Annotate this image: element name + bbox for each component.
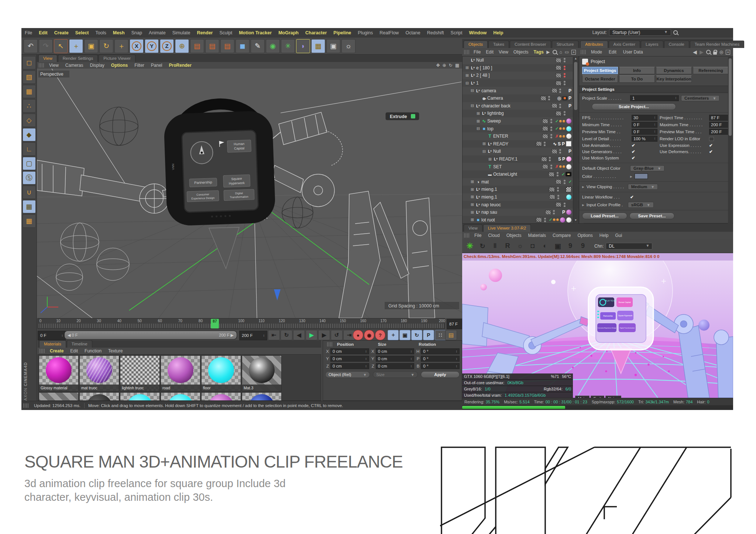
menu-item[interactable]: Octane xyxy=(402,29,423,37)
material-swatch[interactable]: road xyxy=(161,355,200,392)
enable-state-icon[interactable] xyxy=(554,126,559,131)
panel-grip[interactable] xyxy=(464,233,469,238)
layer-icon[interactable] xyxy=(551,149,557,154)
object-tag-icon[interactable] xyxy=(566,134,571,139)
attribute-value[interactable] xyxy=(632,155,657,161)
material-swatch[interactable]: Glossy material xyxy=(39,355,79,392)
menu-item[interactable]: Snap xyxy=(128,29,145,37)
attributes-vscrollbar[interactable] xyxy=(728,56,732,224)
objects-menu-item[interactable]: Objects xyxy=(511,49,531,55)
menu-item[interactable]: Sculpt xyxy=(216,29,236,37)
panel-grip[interactable] xyxy=(581,50,586,54)
menu-item[interactable]: Pipeline xyxy=(330,29,354,37)
enable-state-icon[interactable] xyxy=(554,134,559,139)
object-tag-icon[interactable] xyxy=(566,141,571,147)
expander-icon[interactable]: ⊞ xyxy=(470,210,475,215)
object-tree-row[interactable]: ⊟ camera xyxy=(463,87,578,94)
object-tag-icon[interactable] xyxy=(557,96,561,101)
object-tag-icon[interactable] xyxy=(568,103,571,108)
extrude-tag[interactable]: Extrude xyxy=(385,112,419,120)
layer-icon[interactable] xyxy=(536,141,542,146)
visibility-dots-icon[interactable] xyxy=(543,218,546,222)
attribute-value[interactable]: 30 xyxy=(632,115,657,121)
materials-menu-item[interactable]: Function xyxy=(81,348,105,354)
rotation-field[interactable]: 0 °↕ xyxy=(421,348,460,354)
materials-menu-item[interactable]: Texture xyxy=(105,348,126,354)
layer-icon[interactable] xyxy=(556,65,561,70)
menu-item[interactable]: Character xyxy=(302,29,330,37)
materials-menu-item[interactable]: Create xyxy=(47,348,67,354)
material-swatch[interactable]: mat truoc xyxy=(79,355,119,392)
viewport-menu-item[interactable]: View xyxy=(46,62,62,69)
layer-icon[interactable] xyxy=(536,217,542,222)
layer-icon[interactable] xyxy=(541,157,547,162)
visibility-dots-icon[interactable] xyxy=(559,149,562,154)
layer-icon[interactable] xyxy=(549,187,555,192)
viewport-tab[interactable]: Render Settings xyxy=(58,55,98,62)
enable-state-icon[interactable] xyxy=(554,119,559,124)
object-tag-icon[interactable] xyxy=(559,135,565,138)
menu-item[interactable]: Edit xyxy=(35,29,51,37)
attributes-menu-item[interactable]: User Data xyxy=(620,49,646,55)
object-tree-row[interactable]: OctaneLight xyxy=(463,170,578,178)
visibility-dots-icon[interactable] xyxy=(543,142,546,146)
input-color-profile-dropdown[interactable]: sRGB▼ xyxy=(628,202,654,208)
enable-state-icon[interactable] xyxy=(554,164,559,169)
panel-tab[interactable]: Axis Center xyxy=(609,41,640,48)
live-viewer-menu-item[interactable]: Cloud xyxy=(485,232,503,239)
search-icon[interactable] xyxy=(706,50,711,54)
material-swatch[interactable] xyxy=(161,392,200,401)
object-tree-row[interactable]: ⊞ lot ruot xyxy=(463,216,578,224)
panel-grip[interactable] xyxy=(464,50,469,54)
apply-button[interactable]: Apply xyxy=(421,371,460,378)
attribute-tab-button[interactable]: Info xyxy=(619,67,655,74)
timeline-ruler[interactable]: 0102030405060708010011012013014015016017… xyxy=(38,318,445,329)
object-tag-icon[interactable] xyxy=(566,156,571,162)
panel-grip[interactable] xyxy=(39,349,45,353)
add-panel-icon[interactable]: + xyxy=(571,50,576,55)
visibility-dots-icon[interactable] xyxy=(563,203,566,207)
object-tree-row[interactable]: ⊟ character back xyxy=(463,102,578,110)
history-back-icon[interactable]: ◀ xyxy=(693,49,697,55)
home-icon[interactable]: ⌂ xyxy=(560,49,562,55)
pan-view-icon[interactable]: ✥ xyxy=(436,63,440,68)
viewport-menu-item[interactable]: Cameras xyxy=(62,62,87,69)
menu-item[interactable]: Select xyxy=(72,29,92,37)
object-tag-icon[interactable] xyxy=(559,120,565,123)
menu-item[interactable]: RealFlow xyxy=(376,29,402,37)
viewport-menu-item[interactable]: Panel xyxy=(148,62,166,69)
history-forward-icon[interactable]: ▶ xyxy=(700,49,704,55)
visibility-dots-icon[interactable] xyxy=(563,73,566,77)
attribute-value[interactable]: 100 % xyxy=(632,136,657,142)
expander-icon[interactable]: ⊞ xyxy=(476,119,481,124)
object-tree-row[interactable]: ⊞ nap teuoc xyxy=(463,201,578,209)
enable-state-icon[interactable] xyxy=(568,179,573,184)
object-tag-icon[interactable] xyxy=(566,187,571,192)
perspective-label[interactable]: Perspective xyxy=(40,72,63,77)
object-tag-icon[interactable] xyxy=(553,141,557,147)
visibility-dots-icon[interactable] xyxy=(550,119,553,123)
materials-tab[interactable]: Timeline xyxy=(67,340,92,348)
attribute-value[interactable] xyxy=(632,149,657,154)
position-field[interactable]: 0 cm↕ xyxy=(330,363,369,369)
object-tree-row[interactable]: ⊞ nap sau xyxy=(463,209,578,216)
live-viewer-tab[interactable]: View xyxy=(464,224,482,232)
material-swatch[interactable]: Mat.3 xyxy=(242,355,282,392)
attribute-tab-button[interactable]: To Do xyxy=(619,75,655,83)
expander-icon[interactable]: ⊟ xyxy=(470,103,475,108)
default-object-color-dropdown[interactable]: Gray-Blue▼ xyxy=(630,165,664,171)
view-clipping-dropdown[interactable]: Medium▼ xyxy=(628,184,658,190)
object-tree-row[interactable]: ⊟ Null xyxy=(463,148,578,155)
menu-item[interactable]: Create xyxy=(51,29,72,37)
live-viewer-menu-item[interactable]: File xyxy=(471,232,485,239)
attribute-tab-button[interactable]: Octane Render xyxy=(582,75,618,83)
layer-icon[interactable] xyxy=(556,58,561,63)
track-mode-icon[interactable]: ◎ xyxy=(719,49,723,55)
object-tree-row[interactable]: ⊞ mieng.1 xyxy=(463,193,578,201)
preview-range-slider[interactable]: ◀ 0 F 200 F ▶ xyxy=(64,331,237,340)
object-tag-icon[interactable] xyxy=(568,88,571,93)
object-tag-icon[interactable] xyxy=(562,141,565,147)
objects-menu-item[interactable]: Edit xyxy=(483,49,496,55)
add-panel-icon[interactable]: + xyxy=(726,50,730,55)
live-viewer-menu-item[interactable]: Options xyxy=(574,232,596,239)
